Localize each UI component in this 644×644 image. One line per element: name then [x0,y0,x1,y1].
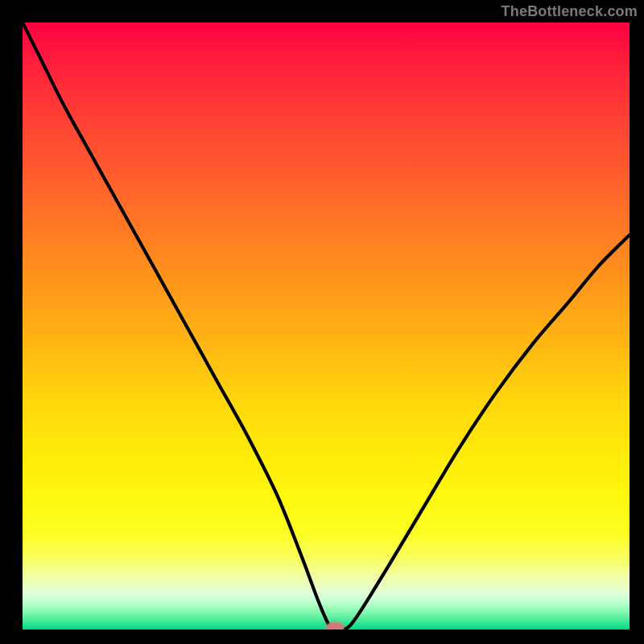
bottleneck-curve [23,23,630,630]
chart-frame: TheBottleneck.com [0,0,644,644]
plot-area [23,23,630,630]
watermark-text: TheBottleneck.com [502,3,638,20]
optimal-point-marker [326,622,344,630]
